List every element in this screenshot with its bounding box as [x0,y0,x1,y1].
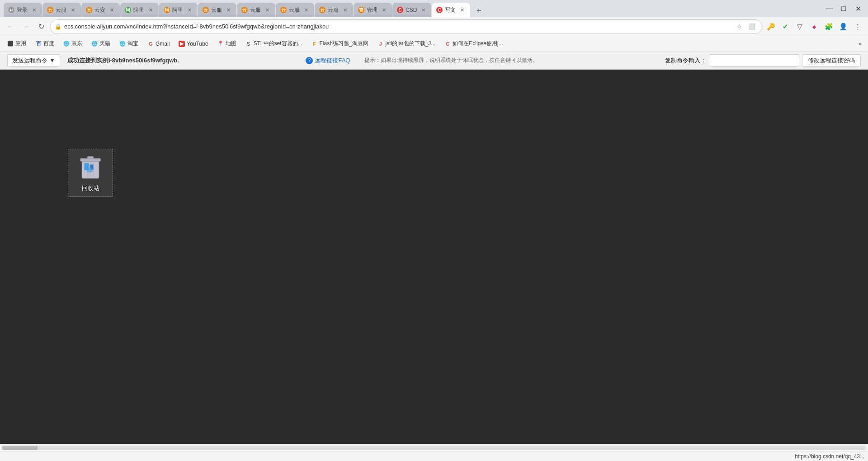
tab-favicon-10: 管 [358,7,364,13]
extension-button-2[interactable]: ▽ [793,20,807,33]
bookmark-youtube[interactable]: ▶ YouTube [175,39,212,49]
tab-close-8[interactable]: ✕ [302,6,310,14]
scroll-thumb[interactable] [2,446,38,450]
bookmark-eclipse-label: 如何在Eclipse使用j... [453,40,503,47]
tab-favicon-8: 云 [280,7,287,13]
tab-yun9[interactable]: 云 云服 ✕ [315,3,353,17]
bookmark-jstl[interactable]: J jstl的jar包的下载_J... [374,38,439,49]
tab-label-9: 云服 [328,6,339,14]
scroll-track [2,446,866,450]
maps-favicon: 📍 [217,41,224,47]
tab-close-3[interactable]: ✕ [108,6,115,14]
bookmark-apps[interactable]: ⬛ 应用 [4,38,30,49]
extensions-button[interactable]: 🧩 [822,20,835,33]
youtube-favicon: ▶ [179,41,185,47]
cast-button[interactable]: ⬜ [746,21,757,32]
copy-cmd-label: 复制命令输入： [665,56,706,65]
forward-button[interactable]: → [19,20,33,33]
bookmarks-bar: ⬛ 应用 百 百度 🌐 京东 🌐 天猫 🌐 淘宝 G Gmail ▶ YouTu… [0,36,868,52]
bookmark-eclipse[interactable]: C 如何在Eclipse使用j... [441,38,506,49]
bookmark-gmail-label: Gmail [156,41,170,47]
address-actions: ☆ ⬜ [734,21,757,32]
tab-yunyun2[interactable]: 云 云服 ✕ [42,3,81,17]
copy-command-section: 复制命令输入： 修改远程连接密码 [665,54,861,67]
extension-button-1[interactable]: ✔ [778,20,792,33]
bookmark-taobao-label: 淘宝 [127,40,138,47]
bookmark-baidu[interactable]: 百 百度 [32,38,58,49]
tab-favicon-2: 云 [47,7,53,13]
send-remote-command-button[interactable]: 发送远程命令 ▼ [7,54,60,67]
bookmark-taobao[interactable]: 🌐 淘宝 [116,38,142,49]
tab-manage[interactable]: 管 管理 ✕ [354,3,392,17]
vnc-content-area[interactable]: 回收站 [0,70,868,444]
back-button[interactable]: ← [4,20,17,33]
browser-actions: 🔑 ✔ ▽ ♠ 🧩 👤 ⋮ [764,20,864,33]
bookmark-gmail[interactable]: G Gmail [144,39,173,49]
tab-ali4[interactable]: 阿 阿里 ✕ [120,3,159,17]
copy-cmd-input[interactable] [709,54,799,67]
tab-close-2[interactable]: ✕ [69,6,76,14]
title-bar: ↩ 登录 ✕ 云 云服 ✕ 云 云安 ✕ 阿 阿里 ✕ [0,0,868,17]
flash-favicon: F [311,41,318,47]
faq-icon: ? [306,57,313,64]
tab-close-10[interactable]: ✕ [380,6,387,14]
window-controls: — □ ✕ [823,2,864,15]
modify-password-button[interactable]: 修改远程连接密码 [802,54,861,67]
bottom-scrollbar[interactable] [0,444,868,451]
tab-write[interactable]: C 写文 ✕ [432,3,470,17]
eclipse-favicon: C [444,41,451,47]
minimize-button[interactable]: — [823,2,835,15]
tab-yun7[interactable]: 云 云服 ✕ [237,3,275,17]
tab-yun8[interactable]: 云 云服 ✕ [276,3,314,17]
bookmark-jd[interactable]: 🌐 京东 [60,38,86,49]
bookmark-tmall-label: 天猫 [99,40,110,47]
tab-label-11: CSD [406,7,417,13]
tab-label-8: 云服 [289,6,300,14]
tab-close-login[interactable]: ✕ [30,6,38,14]
gmail-favicon: G [147,41,154,47]
navigation-bar: ← → ↻ 🔒 ecs.console.aliyun.com/vnc/index… [0,17,868,36]
tab-csd[interactable]: C CSD ✕ [392,3,431,17]
close-button[interactable]: ✕ [852,2,864,15]
new-tab-button[interactable]: + [472,5,485,17]
bookmark-maps[interactable]: 📍 地图 [214,38,240,49]
tab-favicon-login: ↩ [8,7,14,13]
vnc-faq-link[interactable]: ? 远程链接FAQ [306,56,350,65]
tab-close-7[interactable]: ✕ [264,6,271,14]
bookmark-page-button[interactable]: ☆ [734,21,745,32]
bookmark-maps-label: 地图 [226,40,236,47]
tab-close-5[interactable]: ✕ [186,6,193,14]
address-bar[interactable]: 🔒 ecs.console.aliyun.com/vnc/index.htm?i… [50,19,762,34]
tab-close-6[interactable]: ✕ [225,6,232,14]
bookmark-stl[interactable]: S STL中的set容器的... [242,38,306,49]
tab-close-9[interactable]: ✕ [341,6,349,14]
tab-yunan[interactable]: 云 云安 ✕ [81,3,120,17]
recycle-bin-icon[interactable]: 回收站 [68,149,113,197]
tab-close-4[interactable]: ✕ [147,6,154,14]
tab-strip: ↩ 登录 ✕ 云 云服 ✕ 云 云安 ✕ 阿 阿里 ✕ [4,0,819,17]
tab-label-12: 写文 [445,6,456,14]
send-remote-cmd-label: 发送远程命令 [12,56,47,65]
tab-favicon-6: 云 [203,7,209,13]
bookmarks-more-button[interactable]: » [856,38,864,49]
bookmark-flash[interactable]: F Flash练习题_淘豆网 [308,38,372,49]
tab-close-11[interactable]: ✕ [420,6,427,14]
tab-ali5[interactable]: 阿 阿里 ✕ [159,3,198,17]
tab-label-3: 云安 [94,6,105,14]
tab-yun6[interactable]: 云 云服 ✕ [198,3,236,17]
maximize-button[interactable]: □ [837,2,850,15]
refresh-button[interactable]: ↻ [34,20,48,33]
password-manager-button[interactable]: 🔑 [764,20,778,33]
tab-favicon-5: 阿 [164,7,170,13]
tab-close-12[interactable]: ✕ [458,6,466,14]
extension-button-pink[interactable]: ♠ [807,20,821,33]
profile-button[interactable]: 👤 [836,20,850,33]
bookmark-stl-label: STL中的set容器的... [254,40,302,47]
tab-login[interactable]: ↩ 登录 ✕ [4,3,42,17]
svg-rect-2 [87,156,94,159]
menu-button[interactable]: ⋮ [851,20,864,33]
stl-favicon: S [245,41,252,47]
bookmark-tmall[interactable]: 🌐 天猫 [88,38,114,49]
send-remote-cmd-arrow: ▼ [49,57,55,64]
browser-window: ↩ 登录 ✕ 云 云服 ✕ 云 云安 ✕ 阿 阿里 ✕ [0,0,868,461]
